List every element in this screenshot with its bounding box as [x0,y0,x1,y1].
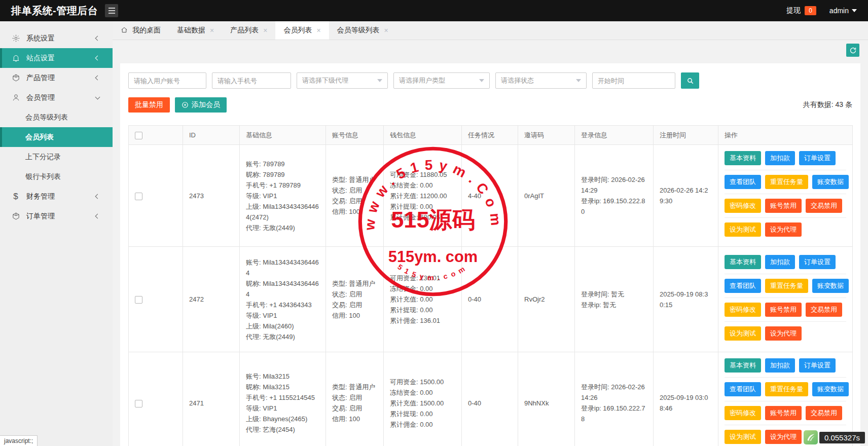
row-checkbox[interactable] [135,193,142,200]
op-button-adjust-funds[interactable]: 加扣款 [765,151,795,165]
op-button-balance-records[interactable]: 账变数据 [812,175,849,189]
close-icon[interactable]: × [263,27,267,34]
op-button-reset-tasks[interactable]: 重置任务量 [765,382,808,396]
op-button-set-agent[interactable]: 设为代理 [765,430,802,444]
sidebar-item-site-settings[interactable]: 站点设置 [0,48,113,68]
operations-cell: 基本资料加扣款订单设置查看团队重置任务量账变数据密码修改账号禁用交易禁用设为测试… [718,145,853,247]
select-all-checkbox[interactable] [135,132,142,139]
sidebar-item-points-record[interactable]: 上下分记录 [0,147,113,167]
hamburger-menu-icon[interactable] [105,4,118,17]
tab-label: 基础数据 [177,26,205,35]
op-button-disable-trade[interactable]: 交易禁用 [806,303,842,317]
refresh-button[interactable] [846,44,859,57]
table-row: 2472账号: Mila1343434364464昵称: Mila1343434… [129,247,853,352]
register-time-cell: 2025-09-19 03:08:46 [654,352,718,446]
tab-product-list[interactable]: 产品列表 × [222,21,275,40]
op-button-change-password[interactable]: 密码修改 [725,199,761,213]
invite-code-cell: 0rAgIT [518,145,575,247]
sidebar-item-label: 财务管理 [26,192,55,201]
user-menu[interactable]: admin [829,7,857,15]
dollar-icon: $ [11,192,20,201]
op-button-order-settings[interactable]: 订单设置 [799,358,836,373]
batch-disable-button[interactable]: 批量禁用 [128,97,170,113]
agent-select[interactable]: 请选择下级代理 [297,72,388,89]
tab-label: 会员等级列表 [337,26,380,35]
tab-label: 我的桌面 [132,26,161,35]
user-type-select[interactable]: 请选择用户类型 [393,72,490,89]
wallet-info-cell: 可用资金: 136.01冻结资金: 0.00累计充值: 0.00累计提现: 0.… [384,247,462,352]
op-button-view-team[interactable]: 查看团队 [725,382,761,396]
tab-my-desktop[interactable]: 我的桌面 [113,21,169,40]
op-button-change-password[interactable]: 密码修改 [725,303,761,317]
op-button-change-password[interactable]: 密码修改 [725,406,761,420]
op-button-balance-records[interactable]: 账变数据 [812,279,849,293]
tab-member-level-list[interactable]: 会员等级列表 × [329,21,396,40]
sidebar-item-label: 产品管理 [26,73,55,83]
op-button-view-team[interactable]: 查看团队 [725,279,761,293]
op-button-set-test[interactable]: 设为测试 [725,430,761,444]
start-time-input[interactable] [592,72,675,89]
col-header-account-info: 账号信息 [326,126,384,145]
filter-bar: 请选择下级代理 请选择用户类型 请选择状态 [128,72,852,89]
op-button-disable-account[interactable]: 账号禁用 [765,406,802,420]
login-info-cell: 登录时间: 暂无登录ip: 暂无 [575,247,654,352]
sidebar-item-label: 订单管理 [26,212,55,221]
op-button-disable-account[interactable]: 账号禁用 [765,303,802,317]
sidebar-item-member-list[interactable]: 会员列表 [0,127,113,147]
op-button-set-agent[interactable]: 设为代理 [765,222,802,237]
sidebar-item-member-level-list[interactable]: 会员等级列表 [0,107,113,127]
login-info-cell: 登录时间: 2026-02-26 14:29登录ip: 169.150.222.… [575,145,654,247]
withdraw-link[interactable]: 提现 0 [786,6,816,15]
op-button-basic-info[interactable]: 基本资料 [725,358,761,373]
sidebar-item-bank-card-list[interactable]: 银行卡列表 [0,167,113,187]
close-icon[interactable]: × [384,27,388,34]
sidebar-item-order-management[interactable]: 订单管理 [0,206,113,226]
op-button-reset-tasks[interactable]: 重置任务量 [765,279,808,293]
op-button-view-team[interactable]: 查看团队 [725,175,761,189]
sidebar-item-member-management[interactable]: 会员管理 [0,88,113,107]
status-select[interactable]: 请选择状态 [495,72,587,89]
op-button-set-test[interactable]: 设为测试 [725,222,761,237]
sidebar-item-system-settings[interactable]: 系统设置 [0,28,113,48]
op-button-reset-tasks[interactable]: 重置任务量 [765,175,808,189]
topbar: 排单系统-管理后台 提现 0 admin [0,0,868,21]
row-checkbox[interactable] [135,296,142,304]
op-button-adjust-funds[interactable]: 加扣款 [765,255,795,269]
chevron-down-icon [95,94,100,99]
basic-info-cell: 账号: 789789昵称: 789789手机号: +1 789789等级: VI… [240,145,326,247]
row-checkbox[interactable] [135,400,142,407]
op-button-disable-trade[interactable]: 交易禁用 [806,406,842,420]
op-button-order-settings[interactable]: 订单设置 [799,255,836,269]
select-placeholder: 请选择下级代理 [302,76,348,85]
op-button-disable-trade[interactable]: 交易禁用 [806,199,842,213]
op-button-set-test[interactable]: 设为测试 [725,326,761,341]
op-button-set-agent[interactable]: 设为代理 [765,326,802,341]
op-button-balance-records[interactable]: 账变数据 [812,382,849,396]
col-header-operations: 操作 [718,126,853,145]
tab-basic-data[interactable]: 基础数据 × [169,21,222,40]
op-button-disable-account[interactable]: 账号禁用 [765,199,802,213]
op-button-adjust-funds[interactable]: 加扣款 [765,358,795,373]
tab-member-list[interactable]: 会员列表 × [275,21,329,40]
sidebar-item-product-management[interactable]: 产品管理 [0,68,113,88]
op-button-basic-info[interactable]: 基本资料 [725,255,761,269]
search-button[interactable] [681,72,699,89]
sidebar-item-label: 站点设置 [26,54,55,63]
withdraw-label: 提现 [786,6,801,15]
account-input[interactable] [128,72,206,89]
add-member-button[interactable]: 添加会员 [175,97,227,113]
sidebar-item-finance-management[interactable]: $ 财务管理 [0,187,113,206]
basic-info-cell: 账号: Mila3215昵称: Mila3215手机号: +1 11552145… [240,352,326,446]
op-button-order-settings[interactable]: 订单设置 [799,151,836,165]
wallet-info-cell: 可用资金: 11880.05冻结资金: 0.00累计充值: 11200.00累计… [384,145,462,247]
op-button-basic-info[interactable]: 基本资料 [725,151,761,165]
register-time-cell: 2025-09-19 08:30:15 [654,247,718,352]
close-icon[interactable]: × [316,27,320,34]
col-header-invite-code: 邀请码 [518,126,575,145]
close-icon[interactable]: × [210,27,214,34]
col-header-login-info: 登录信息 [575,126,654,145]
username: admin [829,7,849,15]
phone-input[interactable] [212,72,291,89]
row-id-cell: 2471 [183,352,240,446]
home-icon [121,26,128,35]
